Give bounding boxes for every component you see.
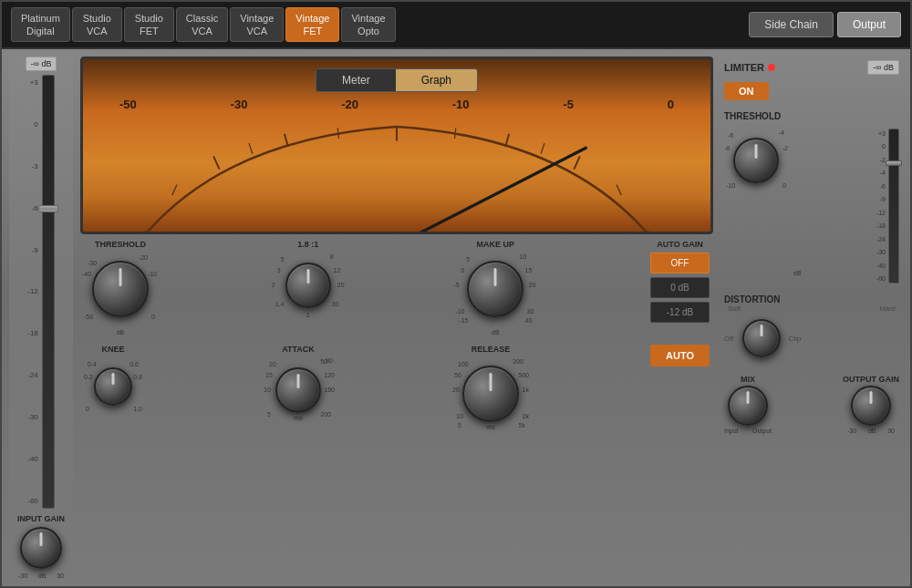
ratio-knob[interactable] [285, 263, 331, 308]
svg-line-0 [137, 231, 146, 234]
out-scale: -12 [876, 210, 886, 216]
preset-vintage-vca[interactable]: VintageVCA [230, 7, 284, 43]
kn-s4: 0.8 [133, 374, 142, 380]
right-threshold-label: THRESHOLD [724, 111, 899, 121]
scale-val: +3 [30, 78, 38, 87]
threshold-label: THRESHOLD [95, 240, 146, 249]
right-inner: LIMITER -∞ dB ON THRESHOLD -6 -4 -8 [720, 57, 903, 438]
dist-soft-label: Soft [728, 304, 741, 313]
auto-gain-minus12-button[interactable]: -12 dB [650, 302, 710, 323]
ratio-s7: 1.4 [275, 301, 285, 307]
auto-gain-off-button[interactable]: OFF [650, 253, 710, 273]
input-fader-track[interactable] [42, 75, 55, 509]
svg-line-7 [172, 184, 177, 195]
attack-label: ATTACK [282, 345, 315, 354]
scale-val: -30 [27, 413, 38, 421]
mix-knob[interactable] [728, 386, 768, 426]
makeup-label: MAKE UP [477, 240, 515, 249]
scale-val: -12 [27, 287, 38, 295]
preset-vintage-fet[interactable]: VintageFET [285, 7, 339, 43]
vu-scale-minus10: -10 [452, 98, 470, 111]
knee-knob[interactable] [94, 367, 132, 406]
graph-tab[interactable]: Graph [396, 69, 477, 91]
out-scale: -6 [880, 183, 886, 190]
vu-arc-svg [101, 115, 692, 234]
threshold-knob[interactable] [92, 261, 149, 317]
kn-s6: 1.0 [133, 406, 142, 412]
release-knob[interactable] [462, 366, 519, 422]
out-gain-scale-left: -30 [847, 428, 856, 434]
vu-scale-minus50: -50 [119, 98, 137, 111]
distortion-knob[interactable] [742, 319, 781, 357]
output-gain-knob[interactable] [851, 386, 891, 426]
meter-tab[interactable]: Meter [316, 69, 396, 91]
mix-label: MIX [741, 375, 755, 384]
ratio-s4: .12 [332, 267, 341, 273]
kn-s3: 0.2 [84, 374, 93, 380]
controls-row-1: THRESHOLD -30 -20 -40 -10 -50 0 dB 1.8 :… [80, 240, 713, 335]
preset-platinum-digital[interactable]: PlatinumDigital [11, 7, 70, 43]
input-gain-knob[interactable] [20, 527, 62, 569]
preset-studio-vca[interactable]: StudioVCA [72, 7, 122, 43]
svg-line-6 [648, 231, 657, 234]
svg-line-11 [541, 143, 544, 154]
limiter-indicator [768, 64, 775, 71]
ratio-s3: 3 [277, 267, 281, 273]
top-bar: PlatinumDigital StudioVCA StudioFET Clas… [2, 2, 910, 49]
kn-s5: 0 [86, 406, 89, 412]
preset-classic-vca[interactable]: ClassicVCA [176, 7, 228, 43]
ratio-label: 1.8 :1 [297, 240, 318, 249]
ratio-s8: 30 [332, 301, 339, 307]
center-section: Meter Graph -50 -30 -20 -10 -5 0 [80, 57, 713, 579]
out-scale: -4 [880, 170, 886, 176]
ratio-s9: 1 [306, 312, 310, 318]
dist-clip-label: Clip [789, 335, 802, 343]
scale-val: -9 [32, 246, 38, 254]
auto-release-button[interactable]: AUTO [650, 345, 710, 366]
svg-line-12 [617, 184, 621, 195]
svg-line-8 [249, 143, 253, 154]
distortion-label: DISTORTION [724, 294, 899, 304]
mu-s8: 30 [527, 308, 534, 315]
output-fader-track[interactable] [888, 129, 899, 284]
mix-input-label: Input [724, 428, 739, 434]
output-gain-label: OUTPUT GAIN [843, 375, 899, 384]
out-gain-scale-right: 30 [887, 428, 895, 434]
output-fader-top-label: -∞ dB [867, 60, 899, 75]
main-area: -∞ dB +3 0 -3 -6 -9 -12 -18 -24 -30 -40 … [2, 49, 910, 586]
output-fader-thumb[interactable] [886, 160, 902, 166]
ratio-control: 1.8 :1 5 8 3 .12 2 20 1.4 30 1 [275, 240, 341, 318]
makeup-unit: dB [492, 329, 500, 335]
preset-studio-fet[interactable]: StudioFET [124, 7, 174, 43]
output-button[interactable]: Output [837, 12, 901, 37]
scale-val: -18 [27, 329, 38, 337]
auto-gain-label: AUTO GAIN [657, 240, 702, 249]
out-scale: 0 [882, 143, 886, 150]
mu-s2: 10 [520, 253, 527, 260]
attack-knob[interactable] [275, 367, 321, 413]
input-gain-scale-center: dB [38, 573, 47, 579]
mix-output-label: Output [752, 428, 772, 434]
out-gain-scale-center: dB [868, 428, 876, 434]
makeup-control: MAKE UP 5 10 0 15 -5 20 -10 30 -15 40 [459, 240, 532, 335]
limiter-on-button[interactable]: ON [724, 82, 769, 100]
scale-val: -6 [32, 204, 38, 212]
ratio-s5: 2 [272, 282, 275, 288]
kn-s1: 0.4 [88, 361, 97, 367]
scale-val: -40 [27, 455, 38, 463]
makeup-knob[interactable] [467, 261, 523, 317]
side-chain-button[interactable]: Side Chain [749, 12, 834, 37]
out-scale: -30 [876, 249, 886, 255]
mu-s5: -5 [453, 282, 459, 288]
scale-val: -60 [27, 497, 38, 505]
auto-gain-section: AUTO GAIN OFF 0 dB -12 dB [650, 240, 710, 323]
auto-gain-0db-button[interactable]: 0 dB [650, 277, 710, 298]
input-fader-thumb[interactable] [38, 205, 58, 212]
plugin-container: PlatinumDigital StudioVCA StudioFET Clas… [0, 0, 912, 588]
input-gain-scale-left: -30 [18, 573, 27, 579]
scale-val: -24 [27, 371, 38, 379]
release-label: RELEASE [472, 345, 511, 354]
preset-vintage-opto[interactable]: VintageOpto [341, 7, 395, 43]
svg-line-1 [213, 156, 219, 169]
limiter-threshold-knob[interactable] [733, 138, 779, 183]
